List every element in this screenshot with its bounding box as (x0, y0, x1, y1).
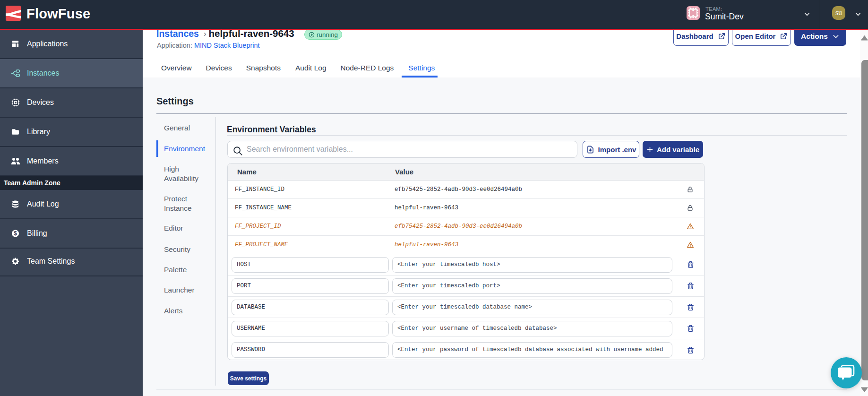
svg-text:$: $ (14, 230, 17, 237)
